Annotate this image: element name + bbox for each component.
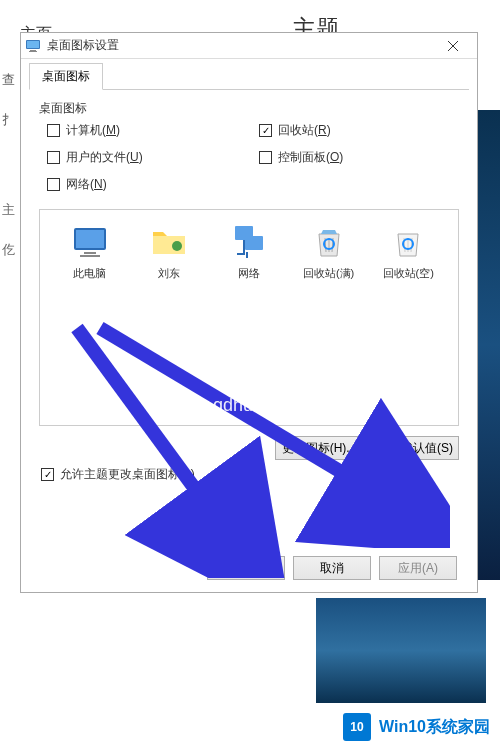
cancel-button[interactable]: 取消	[293, 556, 371, 580]
recycle-empty-icon	[388, 222, 428, 262]
svg-rect-5	[76, 230, 104, 248]
footer-brand: 10 Win10系统家园	[333, 707, 500, 747]
folder-icon	[149, 222, 189, 262]
svg-rect-2	[30, 50, 36, 51]
this-pc-icon	[70, 222, 110, 262]
checkbox-computer[interactable]: 计算机(M)	[47, 122, 239, 139]
footer-logo-icon: 10	[343, 713, 371, 741]
icon-user-folder[interactable]: 刘东	[134, 222, 204, 281]
restore-defaults-button[interactable]: 还原默认值(S)	[371, 436, 459, 460]
checkbox-recyclebin[interactable]: 回收站(R)	[259, 122, 451, 139]
icon-recycle-empty[interactable]: 回收站(空)	[373, 222, 443, 281]
checkbox-icon	[259, 151, 272, 164]
icon-recycle-full[interactable]: 回收站(满)	[294, 222, 364, 281]
change-icon-button[interactable]: 更改图标(H)...	[275, 436, 363, 460]
close-button[interactable]	[433, 34, 473, 58]
checkbox-icon	[41, 468, 54, 481]
checkbox-icon	[259, 124, 272, 137]
svg-rect-10	[245, 236, 263, 250]
group-title: 桌面图标	[39, 100, 459, 117]
checkbox-userfiles[interactable]: 用户的文件(U)	[47, 149, 239, 166]
dialog-titlebar: 桌面图标设置	[21, 33, 477, 59]
recycle-full-icon	[309, 222, 349, 262]
svg-rect-6	[84, 252, 96, 254]
apply-button[interactable]: 应用(A)	[379, 556, 457, 580]
svg-rect-1	[27, 41, 39, 48]
icon-this-pc[interactable]: 此电脑	[55, 222, 125, 281]
ok-button[interactable]: 确定	[207, 556, 285, 580]
checkbox-controlpanel[interactable]: 控制面板(O)	[259, 149, 451, 166]
svg-point-8	[172, 241, 182, 251]
checkbox-icon	[47, 178, 60, 191]
icon-preview-box: 此电脑 刘东 网络 回收站(满) 回收站(空)	[39, 209, 459, 426]
checkbox-icon	[47, 124, 60, 137]
icon-network[interactable]: 网络	[214, 222, 284, 281]
checkbox-allow-themes[interactable]: 允许主题更改桌面图标(L)	[29, 466, 469, 483]
network-icon	[229, 222, 269, 262]
footer-brand-text: Win10系统家园	[379, 717, 490, 738]
checkbox-network[interactable]: 网络(N)	[47, 176, 239, 193]
tab-desktop-icons[interactable]: 桌面图标	[29, 63, 103, 90]
monitor-icon	[25, 38, 41, 54]
svg-rect-3	[29, 51, 37, 52]
tab-row: 桌面图标	[29, 63, 469, 90]
bg-sidebar-truncated: 查扌 主仡	[0, 50, 20, 280]
svg-rect-7	[80, 255, 100, 257]
bg-theme-thumbnail-2	[316, 598, 486, 703]
desktop-icon-settings-dialog: 桌面图标设置 桌面图标 桌面图标 计算机(M) 回收站(R) 用户的文	[20, 32, 478, 593]
close-icon	[448, 41, 458, 51]
checkbox-icon	[47, 151, 60, 164]
dialog-title-text: 桌面图标设置	[47, 37, 433, 54]
